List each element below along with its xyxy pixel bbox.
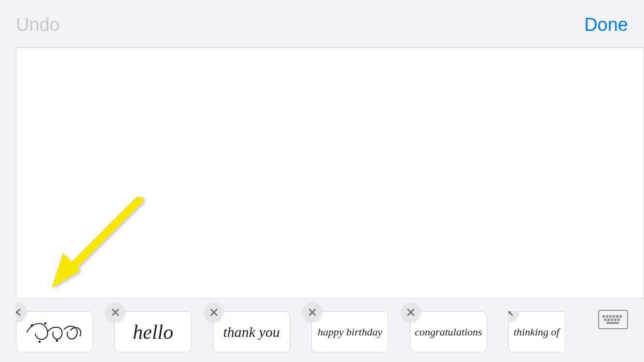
preset-label: thinking of bbox=[514, 326, 560, 338]
svg-rect-8 bbox=[609, 315, 612, 318]
keyboard-icon bbox=[602, 314, 625, 325]
svg-point-5 bbox=[39, 341, 41, 342]
close-icon bbox=[508, 311, 513, 316]
preset-card[interactable] bbox=[16, 311, 93, 352]
svg-point-2 bbox=[31, 324, 33, 326]
svg-marker-1 bbox=[52, 253, 80, 288]
svg-rect-15 bbox=[614, 319, 616, 321]
svg-rect-10 bbox=[616, 315, 618, 318]
svg-rect-12 bbox=[604, 319, 606, 321]
preset-card[interactable]: happy birthday bbox=[311, 311, 389, 352]
preset-strip[interactable]: hello thank you happy birthday c bbox=[16, 299, 579, 352]
preset-item-happy-birthday: happy birthday bbox=[311, 311, 389, 352]
svg-rect-14 bbox=[611, 319, 613, 321]
preset-label: hello bbox=[133, 320, 173, 344]
close-icon bbox=[16, 308, 21, 316]
keyboard-button[interactable] bbox=[598, 310, 628, 329]
svg-point-4 bbox=[56, 340, 58, 341]
preset-item-thank-you: thank you bbox=[213, 311, 290, 352]
preset-label: thank you bbox=[223, 324, 280, 340]
svg-rect-7 bbox=[606, 315, 608, 318]
svg-point-3 bbox=[45, 322, 46, 324]
svg-rect-13 bbox=[607, 319, 610, 321]
preset-item-hello: hello bbox=[114, 311, 192, 352]
close-icon bbox=[407, 308, 415, 316]
delete-preset-button[interactable] bbox=[204, 303, 224, 322]
svg-rect-6 bbox=[602, 315, 605, 318]
delete-preset-button[interactable] bbox=[303, 303, 322, 322]
preset-card[interactable]: congratulations bbox=[410, 311, 487, 352]
preset-card[interactable]: thank you bbox=[213, 311, 290, 352]
preset-item-congratulations: congratulations bbox=[410, 311, 487, 352]
svg-line-0 bbox=[67, 199, 140, 272]
header-bar: Undo Done bbox=[0, 0, 644, 47]
arrow-annotation bbox=[45, 197, 152, 303]
preset-item-scribble bbox=[16, 311, 93, 352]
done-button[interactable]: Done bbox=[584, 14, 628, 35]
svg-rect-17 bbox=[606, 322, 619, 324]
delete-preset-button[interactable] bbox=[106, 303, 125, 322]
handwriting-canvas[interactable] bbox=[16, 47, 644, 299]
preset-label: congratulations bbox=[415, 326, 482, 338]
preset-label: happy birthday bbox=[318, 326, 382, 338]
scribble-preview bbox=[23, 319, 86, 346]
undo-button: Undo bbox=[16, 14, 60, 35]
preset-item-thinking-of: thinking of bbox=[508, 311, 564, 352]
delete-preset-button[interactable] bbox=[401, 303, 420, 322]
svg-rect-11 bbox=[619, 315, 622, 318]
close-icon bbox=[210, 308, 218, 316]
svg-rect-9 bbox=[613, 315, 615, 318]
preset-card[interactable]: hello bbox=[114, 311, 192, 352]
close-icon bbox=[308, 308, 316, 316]
svg-rect-16 bbox=[617, 319, 620, 321]
close-icon bbox=[112, 308, 119, 316]
preset-bar: hello thank you happy birthday c bbox=[0, 299, 644, 362]
